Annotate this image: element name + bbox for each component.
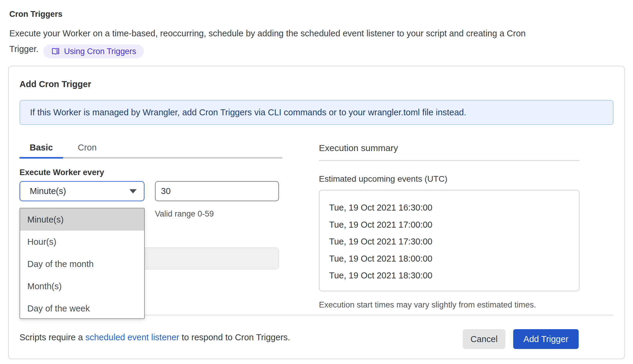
add-cron-trigger-card: Add Cron Trigger If this Worker is manag… <box>8 66 625 359</box>
event-line: Tue, 19 Oct 2021 17:30:00 <box>329 233 573 250</box>
card-title: Add Cron Trigger <box>20 79 613 89</box>
page-description-line2: Trigger. <box>9 44 38 54</box>
valid-range-helper: Valid range 0-59 <box>155 209 279 219</box>
page-description-line1: Execute your Worker on a time-based, reo… <box>9 26 613 41</box>
add-trigger-button[interactable]: Add Trigger <box>513 329 579 349</box>
interval-value-input[interactable] <box>155 181 279 201</box>
event-line: Tue, 19 Oct 2021 18:00:00 <box>329 250 573 267</box>
footer-actions: Cancel Add Trigger <box>463 329 579 349</box>
tab-basic[interactable]: Basic <box>20 141 63 153</box>
event-line: Tue, 19 Oct 2021 18:30:00 <box>329 267 573 284</box>
scheduled-event-listener-link[interactable]: scheduled event listener <box>85 332 179 342</box>
footer-text-prefix: Scripts require a <box>20 332 85 342</box>
event-line: Tue, 19 Oct 2021 16:30:00 <box>329 199 573 216</box>
trigger-mode-tabbar: Basic Cron <box>20 140 282 159</box>
book-icon <box>51 47 60 56</box>
docs-link-using-cron-triggers[interactable]: Using Cron Triggers <box>43 44 144 58</box>
dropdown-option-day-of-month[interactable]: Day of the month <box>20 253 144 275</box>
event-line: Tue, 19 Oct 2021 17:00:00 <box>329 216 573 233</box>
footer-text-suffix: to respond to Cron Triggers. <box>179 332 290 342</box>
estimated-events-label: Estimated upcoming events (UTC) <box>319 174 580 184</box>
interval-value-wrap: Valid range 0-59 <box>155 181 279 219</box>
dropdown-option-day-of-week[interactable]: Day of the week <box>20 297 144 319</box>
estimated-events-box: Tue, 19 Oct 2021 16:30:00 Tue, 19 Oct 20… <box>319 190 580 291</box>
execution-summary-header: Execution summary <box>319 142 580 161</box>
card-footer: Scripts require a scheduled event listen… <box>20 315 613 359</box>
docs-link-label: Using Cron Triggers <box>64 44 136 59</box>
execution-summary-title: Execution summary <box>319 142 580 154</box>
wrangler-info-banner-text: If this Worker is managed by Wrangler, a… <box>30 108 466 117</box>
dropdown-option-months[interactable]: Month(s) <box>20 275 144 297</box>
dropdown-option-hours[interactable]: Hour(s) <box>20 231 144 253</box>
tab-cron[interactable]: Cron <box>73 141 101 153</box>
execution-note: Execution start times may vary slightly … <box>319 300 580 310</box>
trigger-form-column: Basic Cron Execute Worker every Minute(s… <box>20 140 282 315</box>
card-columns: Basic Cron Execute Worker every Minute(s… <box>20 140 613 315</box>
chevron-down-icon <box>129 189 137 193</box>
execution-summary-column: Execution summary Estimated upcoming eve… <box>319 140 580 315</box>
footer-requirement-text: Scripts require a scheduled event listen… <box>20 332 290 342</box>
execute-worker-every-label: Execute Worker every <box>20 168 282 177</box>
wrangler-info-banner: If this Worker is managed by Wrangler, a… <box>20 100 613 125</box>
period-dropdown-menu: Minute(s) Hour(s) Day of the month Month… <box>20 208 145 319</box>
page-title: Cron Triggers <box>9 9 633 19</box>
page-description: Execute your Worker on a time-based, reo… <box>9 26 613 58</box>
active-tab-indicator <box>20 157 63 159</box>
period-select-value: Minute(s) <box>30 186 66 196</box>
dropdown-option-minutes[interactable]: Minute(s) <box>20 208 144 231</box>
period-select[interactable]: Minute(s) <box>20 181 144 201</box>
cancel-button[interactable]: Cancel <box>463 329 505 349</box>
